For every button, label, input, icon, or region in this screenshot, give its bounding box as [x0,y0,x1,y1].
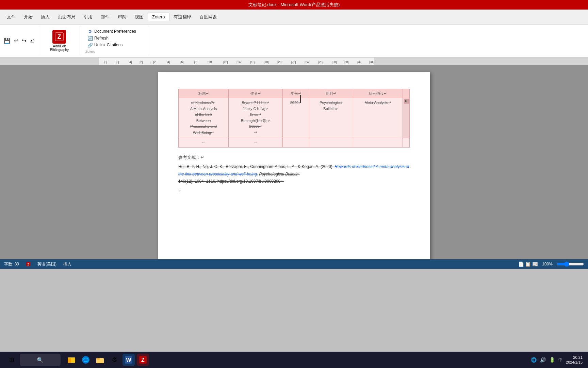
reference-section[interactable]: 参考文献：↵ Hui, B. P. H., Ng, J. C. K., Berz… [178,154,410,194]
taskbar-edge-icon[interactable] [80,354,92,366]
cell-year-text: 2020↵ [285,100,306,106]
svg-text:Z: Z [58,33,61,40]
ruler-track: |8| |6| |4| |2| | |2| |4| |6| |8| |10| |… [0,58,588,65]
svg-text:|: | [150,60,150,64]
menu-item-mail[interactable]: 邮件 [97,13,114,21]
quick-print-icon[interactable]: 🖨 [29,37,36,45]
svg-rect-30 [96,358,100,359]
svg-text:|8|: |8| [194,60,197,64]
svg-text:|10|: |10| [208,60,213,64]
cell-empty-6 [403,138,410,147]
svg-text:Z: Z [27,263,29,266]
menu-bar: 文件 开始 插入 页面布局 引用 邮件 审阅 视图 Zotero 有道翻译 百度… [0,10,588,25]
menu-item-insert[interactable]: 插入 [37,13,54,21]
col-header-journal: 期刊↵ [309,89,353,98]
reference-end-mark: ↵ [178,187,410,194]
svg-text:|30|: |30| [344,60,349,64]
menu-item-view[interactable]: 视图 [131,13,148,21]
search-taskbar-icon[interactable]: 🔍 [20,354,61,366]
svg-text:|8|: |8| [104,60,107,64]
cell-empty-4 [309,138,353,147]
svg-text:W: W [126,357,131,363]
svg-text:|26|: |26| [318,60,323,64]
cell-journal-text: Psychological Bulletin↵ [312,100,350,112]
taskbar-app1-icon[interactable]: ⚙ [108,354,120,366]
svg-text:|18|: |18| [264,60,269,64]
table-row[interactable]: of Kindness?↵ A Meta-Analysis of the Lin… [179,98,410,138]
zoom-slider[interactable] [557,262,584,266]
refresh-button[interactable]: 🔄 Refresh [85,35,111,42]
cursor-indicator [300,95,301,103]
quick-save-icon[interactable]: 💾 [3,37,12,45]
menu-item-home[interactable]: 开始 [20,13,37,21]
zotero-group-label: Zotero [85,50,95,53]
cell-title[interactable]: of Kindness?↵ A Meta-Analysis of the Lin… [179,98,229,138]
col-header-year: 年份↵ [283,89,309,98]
title-text: 文献笔记.docx - Microsoft Word(产品激活失败) [248,2,340,8]
svg-text:|6|: |6| [180,60,184,64]
taskbar-right-area: 🌐 🔊 🔋 中 20:21 2024/1/15 [531,355,583,365]
svg-text:|12|: |12| [223,60,228,64]
svg-text:|24|: |24| [305,60,310,64]
cell-hypothesis[interactable]: Meta-Analysis↵ [353,98,403,138]
zotero-status-icon: Z [26,262,31,266]
svg-text:|34|: |34| [369,60,374,64]
language-status: 英语(美国) [37,261,56,267]
menu-item-layout[interactable]: 页面布局 [54,13,80,21]
taskbar-battery-icon: 🔋 [549,357,555,363]
taskbar-explorer-icon[interactable] [65,354,78,366]
cell-empty-3 [283,138,309,147]
document-area[interactable]: 标题↵ 作者↵ 年份↵ 期刊↵ 研究假设↵ of Kindness?↵ A Me… [0,65,588,259]
add-edit-bibliography-button[interactable]: Z Add/EditBibliography [47,29,71,52]
menu-item-file[interactable]: 文件 [3,13,20,21]
refresh-icon: 🔄 [87,35,93,41]
col-header-title: 标题↵ [179,89,229,98]
menu-item-references[interactable]: 引用 [80,13,97,21]
taskbar-zotero-icon[interactable]: Z [137,354,149,366]
quick-undo-icon[interactable]: ↩ [13,37,19,45]
taskbar-word-icon[interactable]: W [122,354,135,366]
menu-item-baidu[interactable]: 百度网盘 [195,13,221,21]
cell-scroll[interactable]: ▶ [403,98,410,138]
cell-empty-2: ↵ [229,138,283,147]
ribbon: 💾 ↩ ↪ 🖨 Z Add/EditBibliography ⚙ Documen… [0,25,588,58]
title-bar: 文献笔记.docx - Microsoft Word(产品激活失败) [0,0,588,10]
svg-text:|16|: |16| [250,60,255,64]
taskbar-network-icon: 🌐 [531,357,537,363]
cell-journal[interactable]: Psychological Bulletin↵ [309,98,353,138]
document-table[interactable]: 标题↵ 作者↵ 年份↵ 期刊↵ 研究假设↵ of Kindness?↵ A Me… [178,89,410,148]
menu-item-youdao[interactable]: 有道翻译 [169,13,195,21]
col-header-author: 作者↵ [229,89,283,98]
svg-text:|20|: |20| [277,60,282,64]
col-header-extra [403,89,410,98]
table-header-row: 标题↵ 作者↵ 年份↵ 期刊↵ 研究假设↵ [179,89,410,98]
zoom-level: 100% [542,262,553,266]
cell-author[interactable]: Bryant·P·H·Hui↵ Jacky·C·K·Ng↵ Erica↵ Ber… [229,98,283,138]
document-page[interactable]: 标题↵ 作者↵ 年份↵ 期刊↵ 研究假设↵ of Kindness?↵ A Me… [158,72,430,259]
unlink-citations-label: Unlink Citations [94,43,122,47]
unlink-citations-button[interactable]: 🔗 Unlink Citations [85,42,125,48]
document-preferences-label: Document Preferences [94,29,136,34]
menu-item-review[interactable]: 审阅 [114,13,131,21]
quick-redo-icon[interactable]: ↪ [21,37,27,45]
cell-empty-1: ↵ [179,138,229,147]
cell-hypothesis-text: Meta-Analysis↵ [356,100,400,106]
mode-status: 插入 [63,261,71,267]
svg-text:|2|: |2| [153,60,157,64]
svg-text:|28|: |28| [332,60,337,64]
unlink-icon: 🔗 [87,42,93,48]
taskbar-files-icon[interactable] [94,354,106,366]
cell-year[interactable]: 2020↵ [283,98,309,138]
view-icons: 📄 📋 📰 [518,261,538,267]
document-preferences-icon: ⚙ [87,29,93,34]
svg-text:|22|: |22| [291,60,296,64]
windows-start-icon[interactable]: ⊞ [5,354,18,366]
taskbar: ⊞ 🔍 ⚙ W Z 🌐 🔊 🔋 中 20:21 2024/1/15 [0,352,588,368]
menu-item-zotero[interactable]: Zotero [148,13,169,21]
svg-text:Z: Z [141,357,145,363]
cell-title-text: of Kindness?↵ A Meta-Analysis of the Lin… [181,100,226,136]
zotero-actions-group: ⚙ Document Preferences 🔄 Refresh 🔗 Unlin… [80,26,148,56]
document-preferences-button[interactable]: ⚙ Document Preferences [85,28,138,35]
taskbar-sound-icon: 🔊 [540,357,546,363]
status-bar: 字数: 80 Z 英语(美国) 插入 📄 📋 📰 100% [0,259,588,269]
